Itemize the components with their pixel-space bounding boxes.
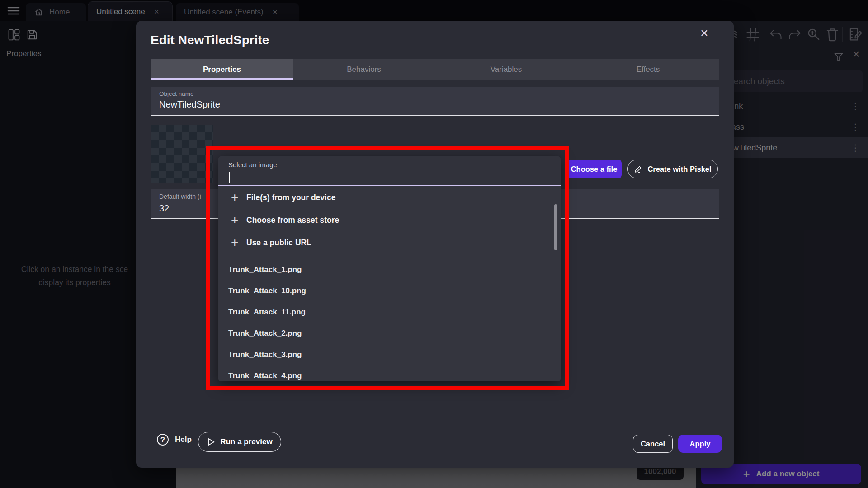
plus-icon: +	[231, 209, 238, 231]
apply-button[interactable]: Apply	[678, 435, 722, 453]
tab-effects[interactable]: Effects	[577, 59, 719, 80]
create-with-piskel-button[interactable]: Create with Piskel	[627, 160, 718, 178]
file-option[interactable]: Trunk_Attack_1.png	[218, 259, 553, 280]
field-label: Object name	[159, 90, 194, 97]
text-cursor	[229, 172, 230, 183]
object-name-field[interactable]: Object name NewTiledSprite	[151, 87, 719, 116]
file-option[interactable]: Trunk_Attack_11.png	[218, 301, 553, 323]
menu-item-use-public-url[interactable]: + Use a public URL	[218, 231, 561, 254]
close-dialog-icon[interactable]: ×	[700, 25, 708, 41]
menu-item-files-from-device[interactable]: + File(s) from your device	[218, 186, 561, 209]
file-option[interactable]: Trunk_Attack_4.png	[218, 365, 553, 381]
choose-a-file-button[interactable]: Choose a file	[566, 160, 622, 178]
question-icon: ?	[157, 434, 169, 446]
cancel-button[interactable]: Cancel	[633, 435, 673, 453]
file-option[interactable]: Trunk_Attack_3.png	[218, 344, 553, 365]
input-label: Select an image	[228, 161, 277, 169]
dialog-tabs: Properties Behaviors Variables Effects	[151, 59, 719, 80]
select-image-input[interactable]: Select an image	[218, 156, 561, 186]
file-option[interactable]: Trunk_Attack_10.png	[218, 280, 553, 301]
tab-properties[interactable]: Properties	[151, 59, 293, 80]
file-option[interactable]: Trunk_Attack_2.png	[218, 323, 553, 344]
play-icon	[207, 437, 216, 446]
dialog-title: Edit NewTiledSprite	[151, 33, 269, 47]
plus-icon: +	[231, 186, 238, 209]
sprite-thumbnail	[151, 125, 213, 183]
plus-icon: +	[231, 231, 238, 254]
help-button[interactable]: ? Help	[157, 434, 192, 446]
tab-behaviors[interactable]: Behaviors	[293, 59, 435, 80]
menu-divider	[228, 255, 551, 255]
app-screen: Home Untitled scene × Untitled scene (Ev…	[0, 0, 868, 488]
dropdown-scrollbar[interactable]	[554, 204, 557, 250]
select-image-dropdown: Select an image + File(s) from your devi…	[218, 156, 561, 381]
menu-item-choose-from-asset-store[interactable]: + Choose from asset store	[218, 209, 561, 231]
field-label: Default width (i	[159, 193, 201, 200]
tab-variables[interactable]: Variables	[435, 59, 577, 80]
field-value: NewTiledSprite	[159, 99, 220, 110]
run-preview-button[interactable]: Run a preview	[198, 432, 281, 452]
field-value: 32	[159, 203, 169, 214]
pencil-icon	[634, 164, 643, 174]
